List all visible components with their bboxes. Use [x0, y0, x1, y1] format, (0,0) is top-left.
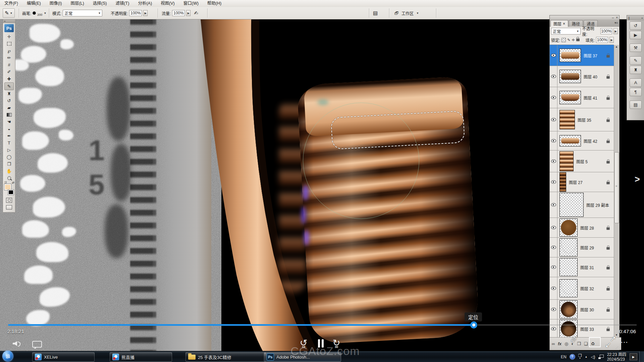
flow-input[interactable]: 100%	[172, 10, 185, 16]
workspace-label[interactable]: 工作区	[401, 10, 414, 16]
layer-row[interactable]: 图层 31	[550, 257, 614, 277]
tab-channels[interactable]: 通道	[584, 20, 598, 27]
flow-spinner[interactable]: ▶	[186, 10, 191, 16]
toggle-panels-icon[interactable]: ▤	[373, 10, 378, 16]
lasso-tool[interactable]: ℘	[5, 47, 13, 54]
menu-item-7[interactable]: 视图(V)	[156, 0, 179, 7]
layer-thumbnail[interactable]	[559, 110, 575, 129]
layer-row[interactable]: 图层 37	[550, 45, 614, 66]
clock[interactable]: 22:23 周四2024/5/23	[607, 352, 626, 362]
layer-thumbnail[interactable]	[559, 238, 578, 256]
tab-layers[interactable]: 图层×	[550, 20, 568, 27]
layer-opacity-spinner[interactable]: ▶	[613, 28, 618, 34]
opacity-spinner[interactable]: ▶	[143, 10, 148, 16]
layer-row[interactable]: 图层 41	[550, 87, 614, 108]
menu-item-2[interactable]: 图像(I)	[45, 0, 66, 7]
volume-icon[interactable]	[13, 341, 21, 347]
video-progress-knob[interactable]	[472, 323, 475, 326]
eye-icon[interactable]	[551, 308, 556, 311]
screen-mode-button[interactable]	[6, 205, 12, 209]
layer-row[interactable]: 图层 27	[550, 172, 614, 192]
layer-row[interactable]: 图层 29 副本	[550, 192, 614, 218]
eye-icon[interactable]	[551, 246, 556, 249]
layer-visibility-cell[interactable]	[550, 131, 557, 150]
eye-icon[interactable]	[551, 160, 556, 163]
clone-source-panel-icon[interactable]: ♜	[630, 66, 642, 74]
layer-visibility-cell[interactable]	[550, 277, 557, 299]
clone-stamp-tool[interactable]: ♜	[5, 90, 13, 97]
mini-player-icon[interactable]	[32, 341, 42, 348]
layer-row[interactable]: 图层 33	[550, 319, 614, 337]
layer-row[interactable]: 图层 29	[550, 238, 614, 257]
layer-blend-mode-select[interactable]: 正常▼	[551, 28, 581, 35]
layer-visibility-cell[interactable]	[550, 108, 557, 131]
menu-item-3[interactable]: 图层(L)	[66, 0, 88, 7]
eyedropper-tool[interactable]: ✐	[5, 68, 13, 75]
panel-menu-icon[interactable]: ▾≡	[614, 21, 618, 24]
menu-item-1[interactable]: 编辑(E)	[22, 0, 45, 7]
swap-colors-icon[interactable]: ⇄	[12, 181, 14, 184]
dock-collapse-icon[interactable]: «	[641, 16, 643, 20]
menu-item-4[interactable]: 选择(S)	[89, 0, 111, 7]
character-panel-icon[interactable]: A	[630, 78, 642, 87]
seek-forward-chevron[interactable]: >	[635, 174, 640, 185]
layer-style-icon[interactable]: fx	[558, 342, 561, 346]
brush-preview-icon[interactable]	[33, 11, 36, 15]
eye-icon[interactable]	[551, 96, 556, 99]
lock-transparency-icon[interactable]	[561, 38, 566, 42]
taskbar-button-1[interactable]: 熊直播	[110, 352, 172, 362]
chevron-down-icon[interactable]: ▼	[44, 12, 46, 15]
blend-mode-select[interactable]: 正常 ▼	[63, 10, 102, 16]
eye-icon[interactable]	[551, 265, 556, 269]
layer-visibility-cell[interactable]	[550, 66, 557, 87]
eye-icon[interactable]	[551, 180, 556, 184]
actions-panel-icon[interactable]: ▶	[630, 31, 642, 39]
pen-tool[interactable]: ✒	[5, 132, 13, 139]
layer-visibility-cell[interactable]	[550, 87, 557, 108]
layer-visibility-cell[interactable]	[550, 172, 557, 192]
default-colors-icon[interactable]: ◲	[4, 181, 7, 184]
layer-row[interactable]: 图层 32	[550, 277, 614, 300]
tool-presets-panel-icon[interactable]: ⚒	[630, 44, 642, 52]
lock-position-icon[interactable]: ✛	[572, 38, 575, 42]
opacity-input[interactable]: 100%	[129, 10, 142, 16]
video-progress-remaining[interactable]	[478, 324, 637, 325]
media-tray-icon[interactable]: ▶	[630, 353, 637, 360]
eye-icon[interactable]	[551, 203, 556, 206]
add-mask-icon[interactable]: ◎	[565, 341, 568, 346]
layer-visibility-cell[interactable]	[550, 257, 557, 277]
eraser-tool[interactable]: ▰	[5, 104, 13, 111]
layer-thumbnail[interactable]	[559, 135, 581, 146]
layer-row[interactable]: 图层 40	[550, 66, 614, 87]
help-tray-icon[interactable]: ?	[570, 354, 575, 360]
shape-tool[interactable]: ◯	[5, 154, 13, 161]
history-panel-icon[interactable]: ↺	[630, 21, 642, 30]
smudge-tool[interactable]: ☚	[5, 118, 13, 125]
fill-input[interactable]: 100%	[596, 37, 608, 43]
eye-icon[interactable]	[551, 139, 556, 142]
eye-icon[interactable]	[551, 75, 556, 78]
eye-icon[interactable]	[551, 54, 556, 57]
lock-all-icon[interactable]	[576, 39, 580, 41]
bridge-icon[interactable]: 🗗	[394, 11, 399, 16]
layer-thumbnail[interactable]	[559, 70, 581, 83]
layer-thumbnail[interactable]	[559, 300, 578, 318]
panel-resize-grip[interactable]: ⋰	[615, 346, 619, 349]
layer-row[interactable]: 图层 35	[550, 108, 614, 131]
layer-thumbnail[interactable]	[559, 172, 566, 192]
window-tray-icon[interactable]: ❐▾	[578, 354, 582, 360]
brush-tool[interactable]: ✎	[4, 82, 14, 90]
video-progress-played[interactable]	[8, 324, 472, 326]
gradient-tool[interactable]	[5, 111, 13, 118]
layer-comps-panel-icon[interactable]: ▤	[630, 101, 642, 109]
eye-icon[interactable]	[551, 226, 556, 229]
crop-tool[interactable]: #	[5, 61, 13, 68]
menu-item-9[interactable]: 帮助(H)	[203, 0, 226, 7]
panel-minimize-icon[interactable]: –	[612, 16, 614, 19]
layers-scrollbar[interactable]: ▲ ▼	[614, 45, 619, 337]
layer-visibility-cell[interactable]	[550, 218, 557, 237]
taskbar-button-0[interactable]: XELive	[32, 352, 95, 362]
tool-preset-picker[interactable]: ✎ ▼	[3, 8, 15, 18]
layer-thumbnail[interactable]	[559, 49, 581, 62]
taskbar-button-2[interactable]: 25 手表及3C精修	[185, 352, 266, 362]
